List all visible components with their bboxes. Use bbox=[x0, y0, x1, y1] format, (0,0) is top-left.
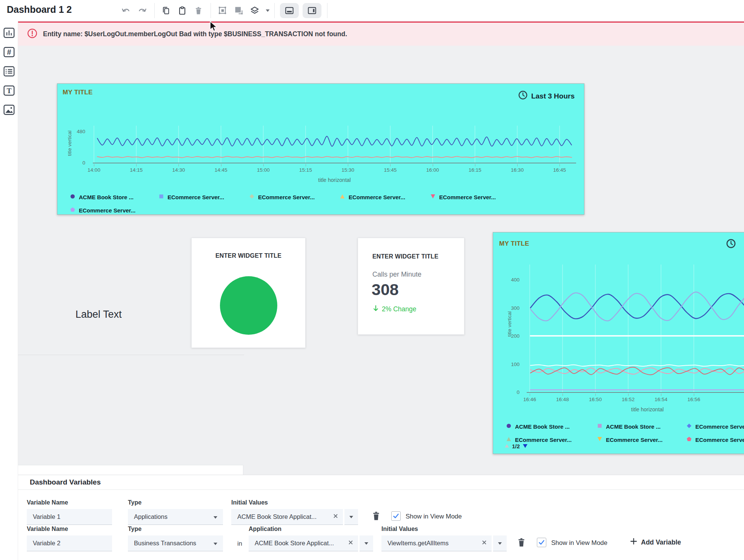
legend-marker-square bbox=[159, 194, 164, 200]
legend-item[interactable]: ACME Book Store ... bbox=[506, 423, 570, 430]
initial-values-caret[interactable] bbox=[344, 509, 358, 525]
legend-item-label: ACME Book Store ... bbox=[515, 423, 570, 430]
x-tick-label: 16:45 bbox=[553, 167, 566, 173]
chevron-down-icon bbox=[213, 513, 218, 520]
clock-icon bbox=[726, 238, 736, 251]
copy-icon[interactable] bbox=[160, 5, 172, 17]
error-icon bbox=[27, 28, 37, 40]
toggle-bottom-panel-button[interactable] bbox=[280, 3, 299, 18]
image-widget-icon[interactable] bbox=[3, 103, 15, 116]
variable-name-input[interactable]: Variable 2 bbox=[27, 535, 112, 551]
legend-marker-circle bbox=[70, 194, 75, 200]
layers-icon[interactable] bbox=[249, 5, 261, 17]
in-label: in bbox=[237, 540, 242, 547]
pie-circle[interactable] bbox=[220, 276, 277, 335]
legend-item-label: ECommerce Server... bbox=[349, 194, 405, 200]
x-tick-mark bbox=[433, 164, 433, 166]
x-tick-mark bbox=[595, 394, 596, 396]
x-axis-ticks: 14:0014:1514:3014:4515:0015:1515:3015:45… bbox=[93, 167, 576, 175]
legend-item-label: ACME Book Store ... bbox=[606, 423, 661, 430]
legend-item[interactable]: ACME Book Store ... bbox=[597, 423, 661, 430]
send-backward-icon[interactable] bbox=[232, 5, 244, 17]
time-range[interactable] bbox=[726, 238, 736, 251]
clear-icon[interactable] bbox=[348, 540, 354, 547]
pie-widget[interactable]: ENTER WIDGET TITLE bbox=[191, 238, 306, 348]
number-widget-icon[interactable]: # bbox=[3, 46, 15, 58]
clear-icon[interactable] bbox=[481, 540, 487, 547]
toolbar-separator bbox=[274, 3, 275, 18]
bring-forward-icon[interactable] bbox=[216, 5, 228, 17]
initial-values-label: Initial Values bbox=[381, 526, 418, 532]
widget-title[interactable]: ENTER WIDGET TITLE bbox=[192, 252, 305, 259]
widget-title[interactable]: ENTER WIDGET TITLE bbox=[372, 253, 438, 260]
add-variable-button[interactable]: Add Variable bbox=[630, 537, 681, 547]
x-tick-label: 16:30 bbox=[511, 167, 524, 173]
time-range-label: Last 3 Hours bbox=[531, 92, 575, 100]
x-tick-mark bbox=[136, 164, 137, 166]
timeseries-plot bbox=[93, 126, 576, 163]
clear-icon[interactable] bbox=[333, 513, 338, 520]
toggle-right-panel-button[interactable] bbox=[303, 3, 321, 18]
layers-caret-icon[interactable] bbox=[265, 5, 270, 17]
timeseries-widget-top[interactable]: MY TITLE Last 3 Hours title vertical 480… bbox=[57, 83, 584, 215]
label-widget[interactable]: Label Text bbox=[75, 309, 122, 320]
initial-values-caret[interactable] bbox=[493, 535, 507, 551]
x-tick-label: 16:50 bbox=[589, 397, 602, 402]
legend-item-label: ECommerce Server... bbox=[695, 423, 744, 430]
metric-widget[interactable]: ENTER WIDGET TITLE Calls per Minute 308 … bbox=[358, 238, 464, 335]
paste-icon[interactable] bbox=[176, 5, 188, 17]
widget-title[interactable]: MY TITLE bbox=[499, 240, 529, 248]
delete-variable-icon[interactable] bbox=[370, 510, 382, 522]
toolbar: Dashboard 1 2 bbox=[0, 0, 744, 21]
legend-item-label: ACME Book Store ... bbox=[79, 194, 134, 200]
x-tick-label: 16:48 bbox=[556, 397, 569, 402]
initial-values-input[interactable]: ViewItems.getAllItems bbox=[381, 535, 492, 551]
panel-step bbox=[18, 465, 243, 475]
x-tick-mark bbox=[306, 164, 306, 166]
list-widget-icon[interactable] bbox=[3, 65, 15, 78]
legend-item-label: ECommerce Server... bbox=[606, 437, 663, 443]
bar-chart-widget-icon[interactable] bbox=[3, 26, 15, 39]
legend-marker-square bbox=[597, 423, 602, 430]
timeseries-widget-right[interactable]: MY TITLE title vertical 4003002001000 16… bbox=[493, 232, 744, 454]
delete-icon[interactable] bbox=[192, 5, 204, 17]
plus-icon bbox=[630, 537, 638, 547]
legend-item[interactable]: ECommerce Server... bbox=[70, 207, 135, 214]
show-in-view-mode-checkbox[interactable] bbox=[537, 538, 546, 547]
variable-name-input[interactable]: Variable 1 bbox=[27, 509, 112, 525]
text-widget-icon[interactable]: T bbox=[3, 84, 15, 97]
x-tick-mark bbox=[560, 164, 560, 166]
delete-variable-icon[interactable] bbox=[516, 536, 527, 548]
x-tick-mark bbox=[517, 164, 518, 166]
x-tick-label: 14:00 bbox=[88, 167, 100, 173]
legend-item[interactable]: ECommerce Server... bbox=[687, 436, 744, 443]
legend-item[interactable]: ECommerce Server... bbox=[430, 194, 496, 200]
application-caret[interactable] bbox=[360, 535, 373, 551]
x-tick-label: 15:30 bbox=[341, 167, 354, 173]
widget-title[interactable]: MY TITLE bbox=[63, 89, 93, 96]
x-axis-line bbox=[527, 392, 744, 393]
show-in-view-mode-checkbox[interactable] bbox=[391, 511, 401, 521]
x-tick-label: 16:56 bbox=[687, 397, 700, 402]
type-select[interactable]: Business Transactions bbox=[128, 535, 223, 551]
time-range[interactable]: Last 3 Hours bbox=[518, 90, 575, 102]
page-up-icon[interactable] bbox=[504, 443, 509, 449]
x-tick-label: 16:15 bbox=[469, 167, 481, 173]
x-tick-mark bbox=[263, 164, 264, 166]
legend-item-label: ECommerce Server... bbox=[79, 207, 135, 214]
legend-item[interactable]: ECommerce Server... bbox=[340, 194, 405, 200]
x-tick-mark bbox=[661, 394, 661, 396]
legend-item[interactable]: ACME Book Store ... bbox=[70, 194, 134, 200]
redo-icon[interactable] bbox=[136, 5, 148, 17]
legend-item-label: ECommerce Server... bbox=[258, 194, 315, 200]
undo-icon[interactable] bbox=[120, 5, 132, 17]
legend-item[interactable]: ECommerce Server... bbox=[597, 436, 663, 443]
page-down-icon[interactable] bbox=[523, 443, 528, 449]
legend-item[interactable]: ECommerce Server... bbox=[687, 423, 744, 430]
initial-values-input[interactable]: ACME Book Store Applicat... bbox=[231, 509, 343, 525]
application-input[interactable]: ACME Book Store Applicat... bbox=[249, 535, 358, 551]
legend-item[interactable]: ECommerce Server... bbox=[249, 194, 315, 200]
type-select[interactable]: Applications bbox=[128, 509, 223, 525]
legend-item[interactable]: ECommerce Server... bbox=[506, 436, 572, 443]
legend-item[interactable]: ECommerce Server... bbox=[159, 194, 224, 200]
